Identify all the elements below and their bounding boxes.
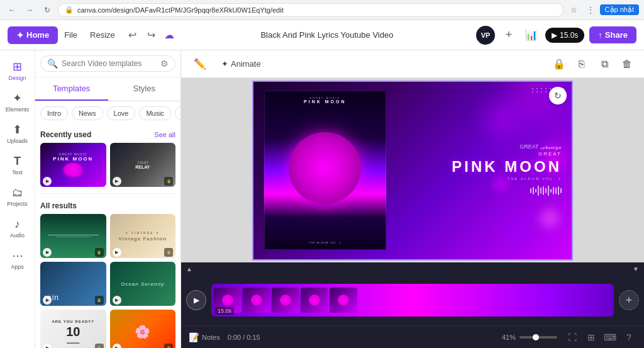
sidebar-item-apps[interactable]: ⋯ Apps <box>3 244 33 274</box>
all-results-section: All results <box>40 196 175 214</box>
add-collaborator-button[interactable]: + <box>500 26 518 44</box>
thumb-moon-1 <box>222 295 233 306</box>
crown-icon-5: ♛ <box>95 344 104 348</box>
canvas-area: ✏️ ✦ Animate 🔒 ⎘ ⧉ 🗑 <box>181 50 644 348</box>
timeline-top-bar: ▲ ▼ <box>181 262 644 275</box>
thumb-moon-2 <box>251 295 262 306</box>
track-thumb-2 <box>243 288 270 313</box>
great-text: GREAT <box>407 151 562 157</box>
template-card-ready[interactable]: ARE YOU READY? 10 ▬▬▬▬ ▶ ♛ <box>40 310 106 348</box>
recently-used-label: Recently used <box>40 130 91 139</box>
template-card-rain[interactable]: rain ▶ ♛ <box>40 262 106 306</box>
resize-menu-button[interactable]: Resize <box>84 26 121 43</box>
filter-news[interactable]: News <box>72 106 103 120</box>
main-layout: ⊞ Design ✦ Elements ⬆ Uploads T Text 🗂 P… <box>0 50 644 348</box>
timeline-track-label: 15.0s <box>215 307 234 315</box>
see-all-button[interactable]: See all <box>154 131 175 138</box>
panel-tabs: Templates Styles <box>35 77 180 101</box>
play-icon-small-4: ▶ <box>113 248 121 257</box>
timeline-track[interactable]: 15.0s <box>211 284 614 317</box>
tab-styles[interactable]: Styles <box>108 77 181 101</box>
preview-play-button[interactable]: ▶ 15.0s <box>545 28 584 43</box>
forward-button[interactable]: → <box>23 3 36 17</box>
waveform-bar <box>533 187 534 194</box>
waveform-bar <box>545 188 547 193</box>
timeline-area: ▲ ▼ ▶ 15.0s + <box>181 262 644 325</box>
sidebar-item-design[interactable]: ⊞ Design <box>3 55 33 86</box>
canvas-refresh-button[interactable]: ↻ <box>549 87 567 104</box>
help-button[interactable]: ? <box>621 330 636 345</box>
draw-tool-button[interactable]: ✏️ <box>189 55 211 72</box>
duplicate-button[interactable]: ⎘ <box>572 55 591 74</box>
icon-sidebar: ⊞ Design ✦ Elements ⬆ Uploads T Text 🗂 P… <box>0 50 35 348</box>
undo-button[interactable]: ↩ <box>124 26 142 44</box>
canvas-viewport[interactable]: GREAT MUSIC PINK MOON ─ ─ ─ ─ ─ ─ THE AL… <box>181 78 644 262</box>
filter-love[interactable]: Love <box>107 106 136 120</box>
sidebar-item-text[interactable]: T Text <box>3 150 33 180</box>
panel-divider <box>40 193 175 194</box>
filter-button[interactable]: ⚙ <box>160 59 169 69</box>
recently-used-grid: GREAT MUSIC PINK MOON ▶ 24HR RELAY <box>40 143 175 187</box>
template-card-overlay: ▶ <box>40 176 106 187</box>
template-card-vintage[interactable]: ✦ VINTAGE ✦ Vintage Fashion ▶ ♛ <box>110 214 176 258</box>
album-bottom-text: THE ALBUM VOL. 1 <box>309 241 341 244</box>
timeline-down-arrow[interactable]: ▼ <box>633 266 639 272</box>
sidebar-label-uploads: Uploads <box>7 138 28 144</box>
document-title: Black And Pink Lyrics Youtube Video <box>178 30 476 40</box>
redo-button[interactable]: ↪ <box>143 26 160 44</box>
template-card-ocean[interactable]: Ocean Serenity ▶ <box>110 262 176 306</box>
filter-intro[interactable]: Intro <box>40 106 68 120</box>
add-scene-button[interactable]: + <box>619 290 639 310</box>
play-icon-small-3: ▶ <box>43 248 52 257</box>
timeline-play-button[interactable]: ▶ <box>186 290 206 310</box>
keyboard-shortcuts-button[interactable]: ⌨ <box>602 330 618 345</box>
delete-button[interactable]: 🗑 <box>618 55 636 74</box>
waveform-bar <box>538 186 539 196</box>
template-card-teal[interactable]: ▶ ♛ <box>40 214 106 258</box>
lock-button[interactable]: 🔒 <box>550 55 569 74</box>
panel-search: 🔍 ⚙ <box>35 50 180 77</box>
zoom-control: 41% <box>502 334 557 341</box>
play-icon-small-7: ▶ <box>43 344 52 348</box>
browser-menu-icon[interactable]: ⋮ <box>584 3 597 17</box>
zoom-slider[interactable] <box>519 336 557 339</box>
file-menu-button[interactable]: File <box>58 26 84 43</box>
notes-button[interactable]: 📝 Notes <box>189 332 220 342</box>
thumb-moon-4 <box>309 295 320 306</box>
sidebar-item-audio[interactable]: ♪ Audio <box>3 213 33 243</box>
animate-button[interactable]: ✦ Animate <box>216 57 266 71</box>
search-input[interactable] <box>62 59 157 68</box>
app-bar-right: VP + 📊 ▶ 15.0s ↑ Share <box>476 26 636 45</box>
timeline-up-arrow[interactable]: ▲ <box>186 266 192 272</box>
play-icon: ▶ <box>552 31 557 40</box>
analytics-button[interactable]: 📊 <box>523 26 540 44</box>
template-card-flower[interactable]: 🌸 ▶ ♛ <box>110 310 176 348</box>
sidebar-item-projects[interactable]: 🗂 Projects <box>3 181 33 211</box>
tab-templates[interactable]: Templates <box>35 77 108 101</box>
template-card-pink-moon[interactable]: GREAT MUSIC PINK MOON ▶ <box>40 143 106 187</box>
canvas-content: GREAT MUSIC PINK MOON ─ ─ ─ ─ ─ ─ THE AL… <box>253 82 572 259</box>
waveform-bar <box>540 188 541 194</box>
notes-icon: 📝 <box>189 332 199 342</box>
album-moon <box>289 132 361 203</box>
sidebar-item-uploads[interactable]: ⬆ Uploads <box>3 118 33 149</box>
filter-music[interactable]: Music <box>139 106 171 120</box>
template-card-city[interactable]: 24HR RELAY ▶ ♛ <box>110 143 176 187</box>
share-button[interactable]: ↑ Share <box>589 26 636 43</box>
filter-chips: Intro News Love Music Nature › <box>35 101 180 125</box>
reload-button[interactable]: ↻ <box>40 3 54 17</box>
update-button[interactable]: Cập nhật <box>600 4 639 15</box>
template-card-overlay-2: ▶ ♛ <box>110 176 176 187</box>
back-button[interactable]: ← <box>5 3 19 17</box>
home-button[interactable]: ✦ Home <box>8 26 58 44</box>
album-cover: GREAT MUSIC PINK MOON ─ ─ ─ ─ ─ ─ THE AL… <box>264 91 386 250</box>
all-results-label: All results <box>40 201 77 210</box>
filter-nature[interactable]: Nature <box>175 106 180 120</box>
fullscreen-button[interactable]: ⛶ <box>565 330 580 345</box>
copy-button[interactable]: ⧉ <box>595 55 614 74</box>
play-icon-small-8: ▶ <box>113 344 121 348</box>
grid-view-button[interactable]: ⊞ <box>584 330 599 345</box>
bookmark-icon[interactable]: ☆ <box>567 3 581 17</box>
sidebar-item-elements[interactable]: ✦ Elements <box>3 87 33 117</box>
canvas-frame: GREAT MUSIC PINK MOON ─ ─ ─ ─ ─ ─ THE AL… <box>252 81 573 261</box>
